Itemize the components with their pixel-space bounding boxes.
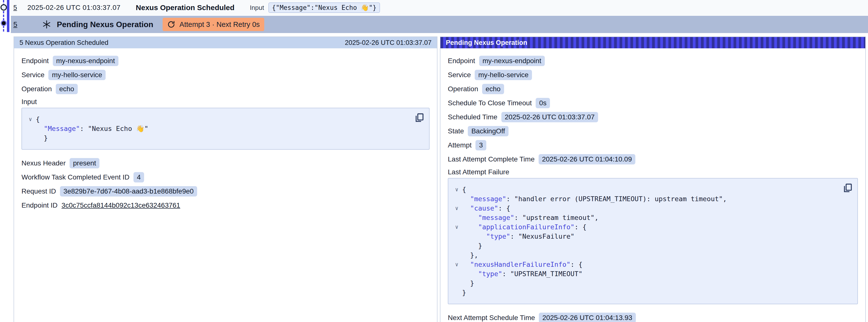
json-line-content: } xyxy=(462,279,474,288)
field-label: Service xyxy=(448,71,471,79)
json-line: "Message": "Nexus Echo 👋" xyxy=(25,124,424,133)
json-value: } xyxy=(462,289,466,296)
field-value-badge: my-nexus-endpoint xyxy=(53,56,118,66)
collapse-chevron-icon[interactable]: ∨ xyxy=(451,204,462,213)
event-summary-row[interactable]: 5 2025-02-26 UTC 01:03:37.07 Nexus Opera… xyxy=(11,0,868,15)
json-value: { xyxy=(462,186,466,193)
field-value-badge: 4 xyxy=(133,172,144,183)
retry-icon xyxy=(167,20,176,29)
pending-asterisk-icon xyxy=(42,20,51,29)
json-line-content: { xyxy=(462,185,466,194)
timeline-event-marker-current xyxy=(1,20,7,26)
json-key: "type" xyxy=(478,270,502,278)
event-timestamp: 2025-02-26 UTC 01:03:37.07 xyxy=(27,4,120,11)
pending-fields-after: Next Attempt Schedule Time2025-02-26 UTC… xyxy=(448,311,858,322)
field-workflow-task-completed-event-id: Workflow Task Completed Event ID4 xyxy=(22,170,430,184)
json-line-content: }, xyxy=(462,251,478,260)
field-label: Attempt xyxy=(448,141,471,149)
field-value-badge: BackingOff xyxy=(468,126,508,136)
pending-title: Pending Nexus Operation xyxy=(57,20,153,29)
field-value-badge: 2025-02-26 UTC 01:04:13.93 xyxy=(539,313,636,322)
field-nexus-header: Nexus Headerpresent xyxy=(22,156,430,170)
json-line-content: } xyxy=(462,288,466,297)
field-label: Last Attempt Complete Time xyxy=(448,155,535,163)
field-label: Workflow Task Completed Event ID xyxy=(22,173,129,181)
json-gutter xyxy=(451,251,462,260)
pending-operation-panel: Pending Nexus Operation Endpointmy-nexus… xyxy=(440,36,866,322)
pending-operation-row[interactable]: 5 Pending Nexus Operation Attempt 3 · Ne… xyxy=(11,16,868,33)
field-label: State xyxy=(448,127,464,135)
json-key: "message" xyxy=(478,214,514,221)
timeline-event-marker-open xyxy=(0,4,7,10)
json-gutter xyxy=(451,288,462,297)
json-key: "message" xyxy=(470,195,506,203)
json-line: } xyxy=(451,288,852,297)
event-title: Nexus Operation Scheduled xyxy=(136,3,235,12)
json-line-content: } xyxy=(36,133,48,143)
json-key: "Message" xyxy=(44,125,80,132)
json-line: "message": "upstream timeout", xyxy=(451,213,852,222)
copy-input-button[interactable] xyxy=(414,112,425,124)
field-state: StateBackingOff xyxy=(448,124,858,138)
collapse-chevron-icon[interactable]: ∨ xyxy=(451,260,462,269)
json-value: : { xyxy=(498,204,510,212)
pending-event-id-link[interactable]: 5 xyxy=(13,21,17,29)
json-value: : "NexusFailure" xyxy=(510,232,575,240)
json-line-content: "message": "handler error (UPSTREAM_TIME… xyxy=(462,194,727,204)
json-value: : { xyxy=(575,223,587,231)
pending-panel-title: Pending Nexus Operation xyxy=(446,39,527,46)
field-value-badge: my-hello-service xyxy=(475,70,532,80)
json-line: }, xyxy=(451,251,852,260)
json-line-content: } xyxy=(462,241,482,251)
json-key: "cause" xyxy=(470,204,498,212)
attempt-badge-text: Attempt 3 · Next Retry 0s xyxy=(179,21,260,29)
json-gutter xyxy=(451,241,462,251)
field-value-link[interactable]: 3c0c75ccfa8144b092c13ce632463761 xyxy=(61,201,180,209)
field-label: Scheduled Time xyxy=(448,113,497,121)
json-gutter xyxy=(25,133,36,143)
event-detail-panels: 5 Nexus Operation Scheduled 2025-02-26 U… xyxy=(13,36,866,322)
json-line-content: "type": "UPSTREAM_TIMEOUT" xyxy=(462,269,583,279)
input-section-label: Input xyxy=(22,96,430,108)
json-line-content: "applicationFailureInfo": { xyxy=(462,222,587,232)
event-input-label: Input xyxy=(250,4,264,11)
collapse-chevron-icon[interactable]: ∨ xyxy=(451,185,462,194)
field-label: Next Attempt Schedule Time xyxy=(448,314,535,322)
scheduled-panel-timestamp: 2025-02-26 UTC 01:03:37.07 xyxy=(345,39,432,46)
json-gutter xyxy=(451,269,462,279)
event-id-link[interactable]: 5 xyxy=(13,4,17,11)
json-line: "message": "handler error (UPSTREAM_TIME… xyxy=(451,194,852,204)
field-last-attempt-complete-time: Last Attempt Complete Time2025-02-26 UTC… xyxy=(448,152,858,166)
pending-panel-header: Pending Nexus Operation xyxy=(440,37,865,48)
failure-json-viewer: ∨{"message": "handler error (UPSTREAM_TI… xyxy=(448,178,858,304)
json-line: "type": "NexusFailure" xyxy=(451,232,852,241)
json-line: ∨{ xyxy=(25,115,424,124)
scheduled-panel-header: 5 Nexus Operation Scheduled 2025-02-26 U… xyxy=(14,37,437,48)
field-service: Servicemy-hello-service xyxy=(22,68,430,82)
field-scheduled-time: Scheduled Time2025-02-26 UTC 01:03:37.07 xyxy=(448,110,858,124)
event-input-value: {"Message":"Nexus Echo 👋"} xyxy=(269,2,380,13)
timeline-active-bar xyxy=(7,0,9,32)
json-gutter xyxy=(451,194,462,204)
json-line-content: "Message": "Nexus Echo 👋" xyxy=(36,124,148,133)
field-label: Schedule To Close Timeout xyxy=(448,99,532,107)
field-value-badge: 2025-02-26 UTC 01:03:37.07 xyxy=(501,112,598,122)
field-next-attempt-schedule-time: Next Attempt Schedule Time2025-02-26 UTC… xyxy=(448,311,858,322)
field-label: Endpoint xyxy=(22,57,49,65)
field-attempt: Attempt3 xyxy=(448,138,858,152)
collapse-chevron-icon[interactable]: ∨ xyxy=(25,115,36,124)
field-value-badge: 3 xyxy=(475,140,486,151)
json-line-content: "message": "upstream timeout", xyxy=(462,213,598,222)
copy-icon xyxy=(842,183,854,194)
collapse-chevron-icon[interactable]: ∨ xyxy=(451,222,462,232)
copy-failure-button[interactable] xyxy=(842,183,854,194)
json-line-content: "cause": { xyxy=(462,204,510,213)
field-value-badge: 2025-02-26 UTC 01:04:10.09 xyxy=(538,154,636,164)
json-value: } xyxy=(44,134,48,142)
copy-icon xyxy=(414,112,425,124)
json-value: { xyxy=(36,116,40,123)
json-value: : "upstream timeout", xyxy=(514,214,598,221)
input-json-viewer: ∨{"Message": "Nexus Echo 👋"} xyxy=(22,108,430,150)
json-value: : { xyxy=(570,261,583,268)
json-value: : "UPSTREAM_TIMEOUT" xyxy=(502,270,583,278)
